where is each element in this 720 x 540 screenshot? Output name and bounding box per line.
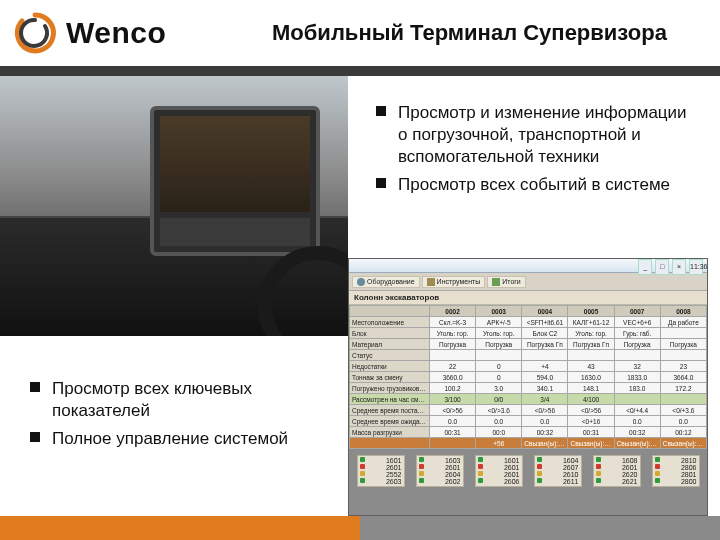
haul-item[interactable]: 2601 <box>477 464 521 471</box>
grid-cell[interactable]: Да работе <box>660 317 706 328</box>
grid-cell[interactable]: 00:0 <box>476 427 522 438</box>
grid-cell[interactable]: Уголь: гор. <box>476 328 522 339</box>
grid-cell[interactable]: 3/4 <box>522 394 568 405</box>
col-header[interactable]: 0008 <box>660 306 706 317</box>
grid-cell[interactable]: 00:31 <box>430 427 476 438</box>
col-header[interactable]: 0005 <box>568 306 614 317</box>
grid-cell[interactable]: <0/>3.6 <box>476 405 522 416</box>
grid-cell[interactable]: Уголь: гор. <box>430 328 476 339</box>
grid-cell[interactable]: Уголь: гор. <box>568 328 614 339</box>
haul-item[interactable]: 1601 <box>359 457 403 464</box>
grid-cell[interactable] <box>614 394 660 405</box>
haul-item[interactable]: 2601 <box>359 464 403 471</box>
grid-cell[interactable]: 0 <box>476 361 522 372</box>
grid-cell[interactable]: 4/100 <box>568 394 614 405</box>
maximize-button[interactable]: □ <box>655 259 669 275</box>
toolbar-totals-button[interactable]: Итоги <box>487 276 526 288</box>
haul-group[interactable]: 1601260126012606 <box>475 455 523 487</box>
grid-cell[interactable]: 172.2 <box>660 383 706 394</box>
grid-cell[interactable]: 183.0 <box>614 383 660 394</box>
grid-cell[interactable]: 00:31 <box>568 427 614 438</box>
haul-item[interactable]: 2620 <box>595 471 639 478</box>
grid-cell[interactable] <box>660 328 706 339</box>
grid-cell[interactable]: Погрузка <box>476 339 522 350</box>
haul-group[interactable]: 2810280628012800 <box>652 455 700 487</box>
grid-cell[interactable]: Гурь: габ. <box>614 328 660 339</box>
haul-item[interactable]: 2810 <box>654 457 698 464</box>
grid-cell[interactable]: 340.1 <box>522 383 568 394</box>
grid-cell[interactable]: 148.1 <box>568 383 614 394</box>
grid-cell[interactable]: VEC+6+6 <box>614 317 660 328</box>
col-header[interactable]: 0003 <box>476 306 522 317</box>
grid-cell[interactable]: 43 <box>568 361 614 372</box>
grid-cell[interactable]: Погрузка <box>430 339 476 350</box>
haul-item[interactable]: 1604 <box>536 457 580 464</box>
grid-cell[interactable]: 3660.0 <box>430 372 476 383</box>
grid-cell[interactable]: 00:12 <box>660 427 706 438</box>
grid-cell[interactable]: 100.2 <box>430 383 476 394</box>
haul-item[interactable]: 2552 <box>359 471 403 478</box>
col-header[interactable]: 0004 <box>522 306 568 317</box>
haul-item[interactable]: 2607 <box>536 464 580 471</box>
haul-group[interactable]: 1604260726102611 <box>534 455 582 487</box>
grid-cell[interactable]: <0/>56 <box>522 405 568 416</box>
grid-cell[interactable]: АРК+/-5 <box>476 317 522 328</box>
haul-group[interactable]: 1601260125522603 <box>357 455 405 487</box>
haul-item[interactable]: 2800 <box>654 478 698 485</box>
grid-cell[interactable] <box>430 350 476 361</box>
grid-cell[interactable]: Скл.=K-3 <box>430 317 476 328</box>
grid-cell[interactable]: <0/+4.4 <box>614 405 660 416</box>
grid-cell[interactable]: 0 <box>476 372 522 383</box>
grid-cell[interactable]: 32 <box>614 361 660 372</box>
grid-cell[interactable]: КАЛГ+61-12 <box>568 317 614 328</box>
grid-cell[interactable] <box>660 394 706 405</box>
haul-group[interactable]: 1603260126042602 <box>416 455 464 487</box>
haul-item[interactable]: 2601 <box>418 464 462 471</box>
haul-item[interactable]: 2601 <box>477 471 521 478</box>
haul-group[interactable]: 1608260126202621 <box>593 455 641 487</box>
toolbar-tools-button[interactable]: Инструменты <box>422 276 486 288</box>
col-header[interactable]: 0007 <box>614 306 660 317</box>
grid-cell[interactable]: 0.0 <box>522 416 568 427</box>
grid-cell[interactable]: 00:32 <box>614 427 660 438</box>
haul-item[interactable]: 2601 <box>595 464 639 471</box>
grid-cell[interactable] <box>522 350 568 361</box>
grid-cell[interactable]: 23 <box>660 361 706 372</box>
grid-cell[interactable]: <SFП+it6.61 <box>522 317 568 328</box>
grid-cell[interactable] <box>660 350 706 361</box>
grid-cell[interactable] <box>614 350 660 361</box>
excavator-grid[interactable]: 0002 0003 0004 0005 0007 0008 Местополож… <box>349 305 707 449</box>
grid-cell[interactable]: Погрузка <box>660 339 706 350</box>
haul-item[interactable]: 2602 <box>418 478 462 485</box>
grid-cell[interactable]: 0.0 <box>476 416 522 427</box>
col-header[interactable]: 0002 <box>430 306 476 317</box>
toolbar-equipment-button[interactable]: Оборудование <box>352 276 420 288</box>
grid-cell[interactable]: <0/>56 <box>430 405 476 416</box>
grid-cell[interactable]: 3.0 <box>476 383 522 394</box>
grid-cell[interactable]: Погрузка <box>614 339 660 350</box>
haul-item[interactable]: 1601 <box>477 457 521 464</box>
grid-cell[interactable]: 1630.0 <box>568 372 614 383</box>
grid-cell[interactable]: 22 <box>430 361 476 372</box>
haul-item[interactable]: 2611 <box>536 478 580 485</box>
grid-cell[interactable]: 594.0 <box>522 372 568 383</box>
grid-cell[interactable]: 00:32 <box>522 427 568 438</box>
grid-cell[interactable]: 0/0 <box>476 394 522 405</box>
grid-cell[interactable] <box>476 350 522 361</box>
haul-item[interactable]: 2801 <box>654 471 698 478</box>
grid-cell[interactable]: Погрузка Гп <box>568 339 614 350</box>
haul-item[interactable]: 2806 <box>654 464 698 471</box>
grid-cell[interactable]: Блок С2 <box>522 328 568 339</box>
haul-item[interactable]: 2603 <box>359 478 403 485</box>
haul-item[interactable]: 2606 <box>477 478 521 485</box>
grid-cell[interactable]: 0.0 <box>660 416 706 427</box>
grid-cell[interactable]: +4 <box>522 361 568 372</box>
grid-cell[interactable]: Погрузка Гп <box>522 339 568 350</box>
grid-cell[interactable]: <0/+3.6 <box>660 405 706 416</box>
close-button[interactable]: × <box>672 259 686 275</box>
window-controls[interactable]: _ □ × 11:36 <box>637 259 703 272</box>
grid-cell[interactable] <box>568 350 614 361</box>
haul-item[interactable]: 1608 <box>595 457 639 464</box>
haul-item[interactable]: 2604 <box>418 471 462 478</box>
grid-cell[interactable]: 3664.0 <box>660 372 706 383</box>
